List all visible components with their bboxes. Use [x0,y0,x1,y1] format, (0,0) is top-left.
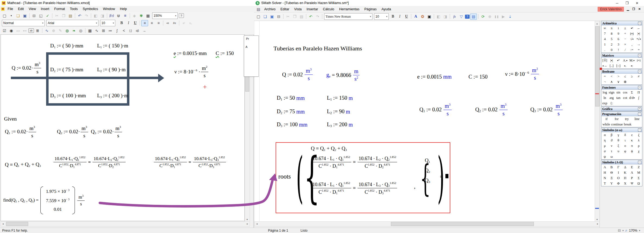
color-palette-icon[interactable]: ❂ [419,14,426,20]
zoom-level[interactable]: 170% [629,229,637,232]
vertical-scroll-thumb[interactable] [595,26,600,106]
print-preview-icon[interactable]: ◱ [38,13,44,18]
def-C[interactable]: C := 150 [216,50,234,56]
palette-button[interactable]: [⠿] [601,58,608,63]
align-right-icon[interactable]: ≡ [155,20,162,26]
palette-button[interactable]: |▪| [608,58,615,63]
palette-button[interactable]: π [608,25,615,31]
undo-icon[interactable]: ↶ [76,13,83,18]
palette-button[interactable]: × [622,42,629,47]
palette-button[interactable]: Θ [608,170,615,175]
print-icon[interactable]: ⊟ [31,13,37,18]
palette-button[interactable]: Ξ [608,175,615,181]
def-Q1[interactable]: Q1 := 0.02 m3s [419,103,452,117]
font-size-combo[interactable]: 10 ▾ [374,13,389,20]
menu-item-herramientas[interactable]: Herramientas [337,7,362,12]
palette-button[interactable]: ± [622,25,629,31]
insert-function-icon[interactable]: f(x) [109,13,115,18]
palette-button[interactable]: = [635,47,642,53]
palette-button[interactable]: γ [615,132,622,138]
palette-button[interactable]: ▪ⁿ [629,25,635,31]
menu-item-editar[interactable]: Editar [278,7,292,12]
palette-button[interactable]: Π [622,175,629,181]
palette-button[interactable]: β [608,132,615,138]
palette-button[interactable]: ▪ᵀ [615,58,622,63]
minimize-icon[interactable]: ─ [616,1,618,5]
undo-icon[interactable]: ↶ [308,14,314,20]
palette-button[interactable]: Γ [615,164,622,170]
palette-button[interactable]: while [601,122,611,127]
smath-vertical-scrollbar[interactable]: ▴ ▾ [595,21,600,222]
collapse-icon[interactable]: − [638,70,641,73]
def-D3[interactable]: D3 := 100 mm [277,121,307,128]
def-D3[interactable]: D3 := ( 100 )·mm [50,93,86,99]
palette-button[interactable]: δ [622,132,629,138]
palette-button[interactable]: φ [622,148,629,154]
function-filter-icon[interactable]: ▽ [458,14,464,20]
palette-button[interactable]: ϕ [629,148,635,154]
palette-button[interactable]: σ [601,148,608,154]
palette-button[interactable]: ι [622,138,629,143]
palette-button[interactable]: / [622,47,629,53]
def-Q2[interactable]: Q2 := 0.02·m3s [57,125,89,139]
menu-item-help[interactable]: Help [117,7,129,11]
palette-button[interactable]: 5 [608,36,615,42]
font-combo[interactable]: Arial ▾ [46,20,98,26]
palette-button[interactable]: cot [622,95,629,101]
palette-button[interactable]: Ρ [629,175,635,181]
palette-button[interactable]: ▪. [622,63,629,69]
zoom-magnifier-icon[interactable]: ⌕ [625,228,627,233]
palette-button[interactable]: + [622,31,629,36]
def-Q[interactable]: Q := 0.02 m3s [282,68,313,82]
palette-button[interactable]: π [629,143,635,148]
new-document-icon[interactable]: ▢ [255,14,262,20]
palette-button[interactable]: Μ [635,170,642,175]
expand-icon[interactable]: + [638,107,641,111]
palette-button[interactable]: ν [608,143,615,148]
def-L3[interactable]: L3 := 200 m [327,121,353,128]
collapse-icon[interactable]: − [638,128,641,132]
palette-button[interactable]: Ζ [635,164,642,170]
child-minimize-icon[interactable]: ▁ [627,7,629,11]
palette-button[interactable]: κ [629,138,635,143]
insert-unit-icon[interactable]: ⋓ [115,13,122,18]
print-icon[interactable]: ⊟ [276,14,282,20]
italic-icon[interactable]: I [125,20,132,26]
palette-button[interactable]: η [601,138,608,143]
palette-button[interactable]: A.▪ [622,58,629,63]
scroll-down-icon[interactable]: ▾ [595,217,599,222]
palette-button[interactable]: Ν [601,175,608,181]
palette-button[interactable]: Φ [615,181,622,186]
palette-button[interactable]: ⊕ [622,79,629,85]
underline-icon[interactable]: U [132,20,138,26]
palette-header[interactable]: Programación− [601,112,642,116]
palette-button[interactable]: Β [608,164,615,170]
scroll-right-icon[interactable]: ▸ [595,222,600,226]
page-layout-icon[interactable]: ⊟ [618,228,621,232]
evaluation-palette-icon[interactable]: ≔ [107,28,113,34]
symbolic-palette-icon[interactable]: → [141,28,147,34]
palette-button[interactable]: ! [615,47,622,53]
doc-title[interactable]: Tuberías en Paralelo Hazen Williams [273,45,362,52]
italic-icon[interactable]: I [397,14,403,20]
bullet-list-icon[interactable]: •≡ [165,20,171,26]
scroll-right-icon[interactable]: ▸ [245,222,250,226]
flow-outlet-line[interactable] [129,77,158,79]
palette-button[interactable]: Η [601,170,608,175]
zoom-combo[interactable]: 150% ▾ [152,12,178,19]
palette-button[interactable]: ln [601,95,608,101]
font-color-icon[interactable]: A [413,14,419,20]
chevron-down-icon[interactable]: ▾ [622,229,624,232]
def-Q3[interactable]: Q3 := 0.02 m3s [530,103,563,117]
palette-button[interactable]: Ω [635,181,642,186]
palette-button[interactable]: 4 [601,36,608,42]
palette-button[interactable]: break [623,122,633,127]
collapse-icon[interactable]: − [638,22,641,25]
menu-item-edit[interactable]: Edit [15,7,26,11]
palette-button[interactable]: if [601,116,612,122]
palette-button[interactable]: 1 [601,42,608,47]
save-icon[interactable]: ▣ [269,14,275,20]
palette-button[interactable]: Π [635,90,642,95]
smath-horizontal-scrollbar[interactable]: ◂ ▸ [254,221,600,226]
programming-palette-icon[interactable]: {;} [127,28,134,34]
